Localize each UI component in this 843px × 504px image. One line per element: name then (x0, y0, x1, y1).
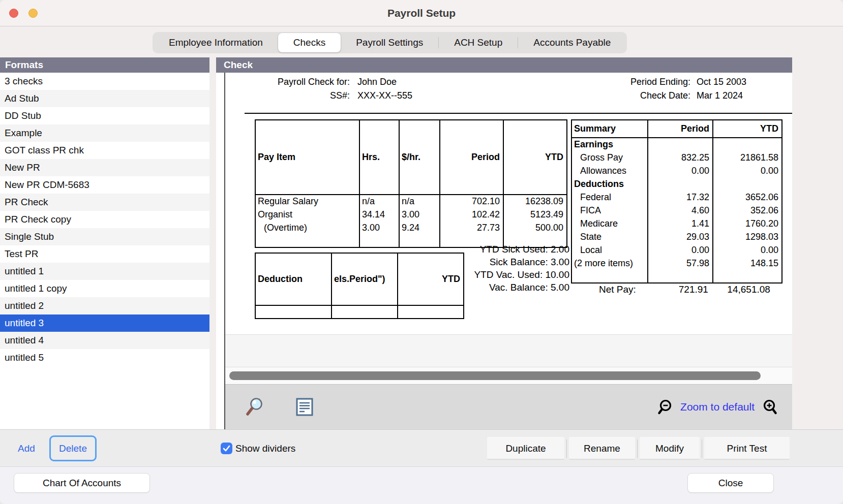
column-header-summary: Summary (571, 120, 648, 138)
zoom-out-icon[interactable] (657, 399, 673, 415)
leave-line-ytd-vac-used: YTD Vac. Used: 10.00 (474, 268, 569, 281)
check-date-value: Mar 1 2024 (697, 89, 757, 103)
column-header-period: Period (440, 120, 503, 195)
ssn-value: XXX-XX--555 (357, 89, 412, 103)
column-header-pay-item: Pay Item (255, 120, 359, 195)
add-button[interactable]: Add (18, 430, 35, 467)
summary-row-federal: Federal17.323652.06 (571, 191, 782, 204)
column-header-els-period: els.Period") (332, 253, 398, 305)
summary-row-medicare: Medicare1.411760.20 (571, 217, 782, 230)
show-dividers-label: Show dividers (235, 443, 295, 454)
tab-employee-information[interactable]: Employee Information (154, 33, 278, 52)
format-row-pr-check[interactable]: PR Check (0, 194, 209, 211)
format-row-test-pr[interactable]: Test PR (0, 245, 209, 263)
horizontal-scrollbar (225, 367, 792, 384)
action-bar: Add Delete Show dividers Duplicate Renam… (0, 429, 843, 466)
summary-row-allowances: Allowances0.000.00 (571, 164, 782, 177)
format-row-dd-stub[interactable]: DD Stub (0, 107, 209, 124)
check-header: Check (216, 57, 792, 73)
preview-footer-strip (225, 334, 792, 367)
print-test-button[interactable]: Print Test (704, 437, 790, 460)
column-header-ytd: YTD (503, 120, 567, 195)
scrollbar-thumb[interactable] (229, 371, 761, 380)
chart-of-accounts-button[interactable]: Chart Of Accounts (14, 473, 150, 493)
tab-ach-setup[interactable]: ACH Setup (439, 33, 518, 52)
format-row-single-stub[interactable]: Single Stub (0, 228, 209, 245)
summary-row-gross-pay: Gross Pay832.2521861.58 (571, 151, 782, 164)
footer-bar: Chart Of Accounts Close (0, 466, 843, 504)
pay-item-row: Organist34.143.00102.425123.49 (255, 208, 567, 221)
format-row-untitled-2[interactable]: untitled 2 (0, 297, 209, 314)
summary-row-earnings: Earnings (571, 138, 782, 151)
format-action-buttons: Duplicate Rename Modify Print Test (487, 437, 790, 460)
format-row-new-pr-cdm-5683[interactable]: New PR CDM-5683 (0, 176, 209, 194)
format-row-untitled-5[interactable]: untitled 5 (0, 349, 209, 366)
net-pay-label: Net Pay: (599, 284, 636, 295)
tab-bar: Employee InformationChecksPayroll Settin… (153, 32, 627, 53)
leave-line-sick-balance: Sick Balance: 3.00 (474, 256, 569, 268)
delete-button[interactable]: Delete (49, 435, 97, 461)
zoom-in-icon[interactable] (762, 399, 778, 415)
pay-item-table: Pay ItemHrs.$/hr.PeriodYTDRegular Salary… (255, 119, 567, 248)
button-separator (637, 439, 638, 458)
format-row-pr-check-copy[interactable]: PR Check copy (0, 211, 209, 228)
button-separator (702, 439, 702, 458)
window-title: Payroll Setup (0, 0, 843, 26)
zoom-to-default-link[interactable]: Zoom to default (680, 401, 755, 413)
leave-line-ytd-sick-used: YTD Sick Used: 2.00 (474, 243, 569, 256)
period-ending-value: Oct 15 2003 (697, 75, 757, 89)
payee-value: John Doe (357, 75, 397, 89)
summary-table: SummaryPeriodYTDEarningsGross Pay832.252… (571, 119, 782, 284)
column-header-hr: $/hr. (399, 120, 440, 195)
net-pay-period: 721.91 (636, 284, 708, 295)
formats-list: 3 checksAd StubDD StubExampleGOT class P… (0, 73, 209, 366)
tab-payroll-settings[interactable]: Payroll Settings (341, 33, 438, 52)
net-pay-row: Net Pay: 721.91 14,651.08 (599, 284, 770, 295)
format-row-untitled-3[interactable]: untitled 3 (0, 314, 209, 332)
checkmark-icon (223, 445, 230, 452)
delete-button-label: Delete (59, 443, 87, 454)
format-row-untitled-1[interactable]: untitled 1 (0, 263, 209, 280)
format-row-example[interactable]: Example (0, 124, 209, 142)
check-content: Payroll Check for: John Doe SS#: XXX-XX-… (224, 73, 792, 429)
payroll-setup-window: Payroll Setup Employee InformationChecks… (0, 0, 843, 504)
formats-header: Formats (0, 57, 209, 73)
check-preview: Payroll Check for: John Doe SS#: XXX-XX-… (225, 73, 792, 334)
check-top-rule (245, 113, 792, 114)
zoom-controls: Zoom to default (657, 399, 778, 415)
leave-line-vac-balance: Vac. Balance: 5.00 (474, 281, 569, 294)
document-preview-icon[interactable] (295, 397, 314, 417)
modify-button[interactable]: Modify (640, 437, 700, 460)
show-dividers-checkbox[interactable] (221, 443, 232, 454)
summary-row-deductions: Deductions (571, 177, 782, 191)
format-row-ad-stub[interactable]: Ad Stub (0, 90, 209, 107)
tab-checks[interactable]: Checks (278, 33, 341, 52)
column-header-period: Period (648, 120, 713, 138)
rename-button[interactable]: Rename (569, 437, 635, 460)
close-button[interactable]: Close (687, 473, 774, 493)
formats-panel: Formats 3 checksAd StubDD StubExampleGOT… (0, 57, 209, 429)
empty-filler-row (571, 270, 782, 283)
duplicate-button[interactable]: Duplicate (487, 437, 564, 460)
format-row-untitled-1-copy[interactable]: untitled 1 copy (0, 280, 209, 297)
column-header-hrs: Hrs. (359, 120, 399, 195)
format-row-new-pr[interactable]: New PR (0, 159, 209, 176)
tab-strip: Employee InformationChecksPayroll Settin… (0, 26, 843, 57)
check-panel: Check Payroll Check for: John Doe SS#: X… (216, 57, 792, 429)
format-row-3-checks[interactable]: 3 checks (0, 73, 209, 90)
format-row-untitled-4[interactable]: untitled 4 (0, 332, 209, 349)
check-date-label: Check Date: (640, 89, 690, 103)
pay-item-row: Regular Salaryn/an/a702.1016238.09 (255, 195, 567, 208)
period-ending-label: Period Ending: (630, 75, 690, 89)
empty-filler-row (255, 305, 464, 319)
deduction-table: Deductionels.Period")YTD (255, 253, 464, 319)
search-icon[interactable] (246, 397, 264, 417)
tab-accounts-payable[interactable]: Accounts Payable (518, 33, 626, 52)
main-panels: Formats 3 checksAd StubDD StubExampleGOT… (0, 57, 843, 429)
button-separator (566, 439, 567, 458)
net-pay-ytd: 14,651.08 (708, 284, 770, 295)
ssn-label: SS#: (256, 89, 350, 103)
payee-label: Payroll Check for: (256, 75, 350, 89)
summary-row-local: Local0.000.00 (571, 243, 782, 257)
format-row-got-class-pr-chk[interactable]: GOT class PR chk (0, 142, 209, 159)
